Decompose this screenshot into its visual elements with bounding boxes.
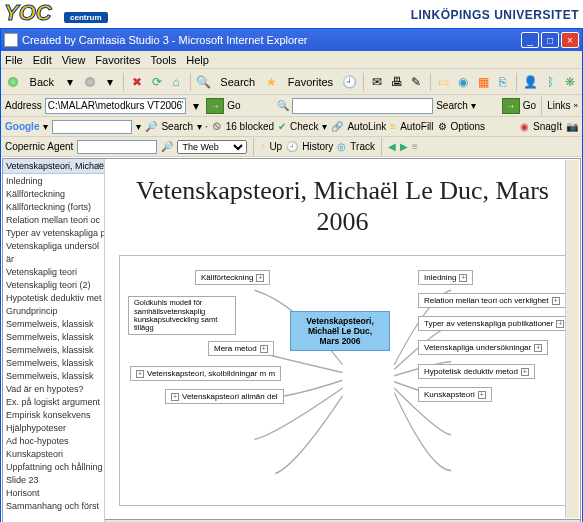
sidebar-item[interactable]: Horisont (3, 486, 104, 499)
sidebar-item[interactable]: Ex. på logiskt argument (3, 395, 104, 408)
sidebar-item[interactable]: Semmelweis, klassisk (3, 317, 104, 330)
search-field-2[interactable] (292, 98, 434, 114)
expand-icon[interactable]: + (534, 344, 542, 352)
sidebar-item[interactable]: Semmelweis, klassisk (3, 356, 104, 369)
node-right-5[interactable]: Kunskapsteori+ (418, 387, 492, 402)
stop-button[interactable]: ✖ (129, 72, 146, 92)
forward-dropdown-icon[interactable]: ▾ (101, 72, 118, 92)
expand-icon[interactable]: + (459, 274, 467, 282)
menu-help[interactable]: Help (186, 54, 209, 66)
sidebar-item[interactable]: Inledning (3, 174, 104, 187)
bluetooth-icon[interactable]: ᛒ (542, 72, 559, 92)
edit-icon[interactable]: ✎ (408, 72, 425, 92)
back-button[interactable] (5, 72, 22, 92)
menu-view[interactable]: View (62, 54, 86, 66)
google-check[interactable]: Check (290, 121, 318, 132)
node-right-4[interactable]: Hypotetisk deduktiv metod+ (418, 364, 535, 379)
sidebar-item[interactable]: Källförteckning (forts) (3, 200, 104, 213)
messenger-icon[interactable]: 👤 (522, 72, 539, 92)
address-input[interactable] (45, 98, 187, 114)
minimize-button[interactable]: _ (521, 32, 539, 48)
sidebar-item[interactable]: Vetenskaplig teori (2) (3, 278, 104, 291)
sidebar-item[interactable]: Semmelweis, klassisk (3, 369, 104, 382)
expand-icon[interactable]: + (478, 391, 486, 399)
forward-button[interactable] (82, 72, 99, 92)
expand-icon[interactable]: + (552, 297, 560, 305)
node-right-1[interactable]: Relation mellan teori och verklighet+ (418, 293, 566, 308)
sidebar-item[interactable]: Empirisk konsekvens (3, 408, 104, 421)
node-left-3[interactable]: +Vetenskapsteori, skolbildningar m m (130, 366, 281, 381)
search-icon[interactable]: 🔍 (195, 72, 212, 92)
go-button[interactable]: → (206, 98, 224, 114)
sidebar-item[interactable]: Hjälphypoteser (3, 421, 104, 434)
sidebar-item[interactable]: Sammanhang och först (3, 499, 104, 512)
google-options[interactable]: Options (451, 121, 485, 132)
sidebar-item[interactable]: är (3, 252, 104, 265)
expand-icon[interactable]: + (171, 393, 179, 401)
back-dropdown-icon[interactable]: ▾ (62, 72, 79, 92)
sidebar-item[interactable]: Typer av vetenskapliga p (3, 226, 104, 239)
go-button-2[interactable]: → (502, 98, 520, 114)
node-right-0[interactable]: Inledning+ (418, 270, 473, 285)
expand-icon[interactable]: + (256, 274, 264, 282)
extra-icon[interactable]: ❋ (561, 72, 578, 92)
expand-icon[interactable]: + (556, 320, 564, 328)
snagit-label[interactable]: SnagIt (533, 121, 562, 132)
copernic-scope[interactable]: The Web (177, 140, 247, 154)
node-right-2[interactable]: Typer av vetenskapliga publikationer+ (418, 316, 570, 331)
maximize-button[interactable]: □ (541, 32, 559, 48)
sidebar-item[interactable]: Vetenskaplig teori (3, 265, 104, 278)
google-search-btn[interactable]: Search (161, 121, 193, 132)
node-left-0[interactable]: Källförteckning+ (195, 270, 270, 285)
copernic-track[interactable]: Track (350, 141, 375, 152)
sidebar-item[interactable]: Slide 23 (3, 473, 104, 486)
sidebar-item[interactable]: Grundprincip (3, 304, 104, 317)
sidebar-item[interactable]: Vad är en hypotes? (3, 382, 104, 395)
search-label[interactable]: Search (215, 72, 260, 92)
address-dropdown-icon[interactable]: ▾ (189, 96, 203, 116)
mail-icon[interactable]: ✉ (369, 72, 386, 92)
copernic-input[interactable] (77, 140, 157, 154)
search-label-2[interactable]: Search (436, 100, 468, 111)
links-label[interactable]: Links (547, 100, 570, 111)
vertical-scrollbar[interactable] (565, 160, 579, 518)
google-search-input[interactable] (52, 120, 132, 134)
sidebar-item[interactable]: Semmelweis, klassisk (3, 330, 104, 343)
node-left-1[interactable]: Goldkuhls modell för samhällsvetenskapli… (128, 296, 236, 335)
google-autofill[interactable]: AutoFill (400, 121, 433, 132)
node-right-3[interactable]: Vetenskapliga undersökningar+ (418, 340, 548, 355)
close-button[interactable]: × (561, 32, 579, 48)
menu-edit[interactable]: Edit (33, 54, 52, 66)
history-icon[interactable]: 🕘 (341, 72, 358, 92)
print-icon[interactable]: 🖶 (389, 72, 406, 92)
favorites-label[interactable]: Favorites (283, 72, 338, 92)
favorites-icon[interactable]: ★ (263, 72, 280, 92)
copernic-history[interactable]: History (302, 141, 333, 152)
refresh-button[interactable]: ⟳ (148, 72, 165, 92)
discuss-icon[interactable]: ▭ (436, 72, 453, 92)
sidebar-item[interactable]: Relation mellan teori oc (3, 213, 104, 226)
mindmap-center-node[interactable]: Vetenskapsteori, Michaël Le Duc, Mars 20… (290, 311, 390, 351)
node-left-2[interactable]: Mera metod+ (208, 341, 274, 356)
back-label[interactable]: Back (25, 72, 59, 92)
copernic-up[interactable]: Up (269, 141, 282, 152)
menu-favorites[interactable]: Favorites (95, 54, 140, 66)
sidebar-header[interactable]: Vetenskapsteori, Michaël (3, 159, 104, 174)
sidebar-item[interactable]: Ad hoc-hypotes (3, 434, 104, 447)
sidebar-item[interactable]: Vetenskapliga undersöl (3, 239, 104, 252)
home-button[interactable]: ⌂ (168, 72, 185, 92)
sidebar-item[interactable]: Källförteckning (3, 187, 104, 200)
sidebar-item[interactable]: Kunskapsteori (3, 447, 104, 460)
rss-icon[interactable]: ▦ (475, 72, 492, 92)
expand-icon[interactable]: + (521, 368, 529, 376)
menu-file[interactable]: File (5, 54, 23, 66)
google-blocked[interactable]: 16 blocked (226, 121, 274, 132)
expand-icon[interactable]: + (260, 345, 268, 353)
node-left-4[interactable]: +Vetenskapsteori allmän del (165, 389, 284, 404)
msn-icon[interactable]: ◉ (455, 72, 472, 92)
sync-icon[interactable]: ⎘ (494, 72, 511, 92)
sidebar-item[interactable]: Semmelweis, klassisk (3, 343, 104, 356)
menu-tools[interactable]: Tools (151, 54, 177, 66)
sidebar-item[interactable]: Hypotetisk deduktiv met (3, 291, 104, 304)
expand-icon[interactable]: + (136, 370, 144, 378)
